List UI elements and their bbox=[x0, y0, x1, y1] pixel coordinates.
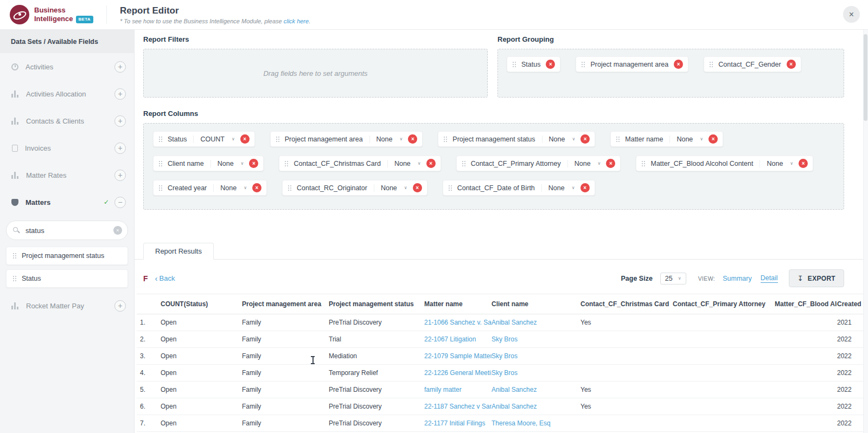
add-remove-dataset-button[interactable]: + bbox=[114, 143, 126, 154]
drag-handle-icon[interactable] bbox=[581, 61, 585, 68]
grouping-chip[interactable]: Status × bbox=[507, 56, 560, 72]
scrollbar-thumb[interactable] bbox=[864, 34, 867, 121]
remove-chip-button[interactable]: × bbox=[426, 159, 436, 168]
client-link[interactable]: Theresa Moore, Esq bbox=[492, 419, 551, 427]
remove-chip-button[interactable]: × bbox=[546, 60, 555, 69]
field-search-input[interactable] bbox=[6, 221, 128, 240]
column-chip[interactable]: Contact_RC_Originator None ∨ × bbox=[282, 180, 427, 196]
matter-link[interactable]: 22-1187 Sanchez v Sanchez Sr bbox=[424, 403, 492, 410]
add-remove-dataset-button[interactable]: + bbox=[114, 300, 126, 312]
aggregation-select[interactable]: None ∨ bbox=[210, 160, 244, 167]
remove-chip-button[interactable]: × bbox=[799, 159, 808, 168]
drag-handle-icon[interactable] bbox=[616, 136, 620, 143]
aggregation-select[interactable]: None ∨ bbox=[760, 160, 793, 167]
matter-link[interactable]: 22-1067 Litigation bbox=[424, 335, 476, 343]
remove-chip-button[interactable]: × bbox=[408, 134, 417, 144]
sidebar-dataset-item[interactable]: Activities Allocation + bbox=[0, 80, 134, 107]
add-remove-dataset-button[interactable]: + bbox=[114, 115, 126, 127]
draggable-field-item[interactable]: Status bbox=[6, 269, 128, 288]
column-chip[interactable]: Contact_CF_Primary Attorney None ∨ × bbox=[456, 156, 621, 171]
clear-search-button[interactable]: × bbox=[113, 226, 122, 235]
column-chip[interactable]: Project management status None ∨ × bbox=[438, 131, 595, 147]
tab-report-results[interactable]: Report Results bbox=[143, 243, 214, 260]
view-detail-link[interactable]: Detail bbox=[761, 274, 778, 283]
export-button[interactable]: ↧ EXPORT bbox=[789, 269, 844, 287]
drag-handle-icon[interactable] bbox=[158, 136, 163, 143]
column-chip[interactable]: Created year None ∨ × bbox=[153, 180, 267, 196]
column-chip[interactable]: Contact_CF_Date of Birth None ∨ × bbox=[443, 180, 595, 196]
column-chip[interactable]: Status COUNT ∨ × bbox=[153, 131, 255, 147]
drag-handle-icon[interactable] bbox=[448, 185, 452, 191]
sidebar-dataset-item[interactable]: Matters ✓ − bbox=[0, 189, 134, 216]
grouping-chip[interactable]: Project management area × bbox=[576, 56, 688, 72]
sidebar-dataset-item[interactable]: Activities + bbox=[0, 53, 134, 80]
drag-handle-icon[interactable] bbox=[641, 160, 646, 167]
remove-chip-button[interactable]: × bbox=[787, 60, 796, 69]
draggable-field-item[interactable]: Project management status bbox=[6, 247, 128, 265]
drag-handle-icon[interactable] bbox=[284, 160, 289, 167]
aggregation-select[interactable]: None ∨ bbox=[387, 160, 421, 167]
report-filters-dropzone[interactable]: Drag fields here to set arguments bbox=[143, 49, 488, 98]
add-remove-dataset-button[interactable]: − bbox=[114, 197, 126, 208]
aggregation-select[interactable]: None ∨ bbox=[669, 135, 703, 143]
remove-chip-button[interactable]: × bbox=[606, 159, 615, 168]
client-link[interactable]: Anibal Sanchez bbox=[492, 319, 537, 326]
drag-handle-icon[interactable] bbox=[158, 185, 163, 191]
add-remove-dataset-button[interactable]: + bbox=[114, 61, 126, 73]
report-columns-dropzone[interactable]: Status COUNT ∨ × Project management ar bbox=[143, 123, 844, 210]
grouping-chip[interactable]: Contact_CF_Gender × bbox=[704, 56, 801, 72]
client-link[interactable]: Anibal Sanchez bbox=[492, 386, 537, 393]
matter-link[interactable]: family matter bbox=[424, 386, 462, 393]
aggregation-select[interactable]: None ∨ bbox=[369, 135, 403, 143]
close-button[interactable]: × bbox=[843, 6, 860, 23]
aggregation-select[interactable]: None ∨ bbox=[374, 184, 407, 192]
remove-chip-button[interactable]: × bbox=[580, 134, 590, 144]
column-chip[interactable]: Matter_CF_Blood Alcohol Content None ∨ × bbox=[636, 156, 813, 171]
remove-chip-button[interactable]: × bbox=[709, 134, 718, 144]
report-grouping-dropzone[interactable]: Status × Project management area × bbox=[497, 49, 844, 98]
matter-link[interactable]: 22-1226 General Meeting bbox=[424, 369, 492, 377]
column-chip[interactable]: Client name None ∨ × bbox=[153, 156, 264, 171]
client-link[interactable]: Sky Bros bbox=[492, 369, 518, 377]
add-remove-dataset-button[interactable]: + bbox=[114, 88, 126, 100]
page-size-select[interactable]: 25 ∨ bbox=[660, 273, 686, 285]
remove-chip-button[interactable]: × bbox=[580, 183, 590, 192]
drag-handle-icon[interactable] bbox=[443, 136, 448, 143]
drag-handle-icon[interactable] bbox=[709, 61, 713, 68]
drag-handle-icon[interactable] bbox=[12, 275, 17, 282]
back-link[interactable]: ‹ Back bbox=[155, 274, 175, 282]
aggregation-select[interactable]: None ∨ bbox=[541, 184, 575, 192]
client-link[interactable]: Anibal Sanchez bbox=[492, 403, 537, 410]
column-chip[interactable]: Contact_CF_Christmas Card None ∨ × bbox=[279, 156, 441, 171]
matter-link[interactable]: 21-1066 Sanchez v. Sanchez bbox=[424, 319, 492, 326]
client-link[interactable]: Sky Bros bbox=[492, 352, 518, 360]
matter-link[interactable]: 22-1079 Sample Matter bbox=[424, 352, 492, 360]
matter-link[interactable]: 22-1177 Initial Filings bbox=[424, 419, 486, 427]
client-link[interactable]: Sky Bros bbox=[492, 335, 518, 343]
view-summary-link[interactable]: Summary bbox=[723, 275, 751, 282]
sidebar-dataset-item[interactable]: Contacts & Clients + bbox=[0, 107, 134, 134]
drag-handle-icon[interactable] bbox=[462, 160, 466, 167]
remove-chip-button[interactable]: × bbox=[240, 134, 250, 144]
aggregation-select[interactable]: COUNT ∨ bbox=[193, 135, 234, 143]
sidebar-dataset-item[interactable]: Rocket Matter Pay + bbox=[0, 292, 134, 319]
remove-chip-button[interactable]: × bbox=[249, 159, 258, 168]
drag-handle-icon[interactable] bbox=[288, 185, 292, 191]
sidebar-dataset-item[interactable]: Invoices + bbox=[0, 134, 134, 161]
add-remove-dataset-button[interactable]: + bbox=[114, 170, 126, 181]
aggregation-select[interactable]: None ∨ bbox=[567, 160, 601, 167]
drag-handle-icon[interactable] bbox=[512, 61, 516, 68]
aggregation-select[interactable]: None ∨ bbox=[213, 184, 247, 192]
drag-handle-icon[interactable] bbox=[276, 136, 280, 143]
remove-chip-button[interactable]: × bbox=[252, 183, 261, 192]
click-here-link[interactable]: click here bbox=[284, 18, 309, 24]
remove-chip-button[interactable]: × bbox=[413, 183, 422, 192]
drag-handle-icon[interactable] bbox=[158, 160, 163, 167]
column-chip[interactable]: Project management area None ∨ × bbox=[270, 131, 423, 147]
sidebar-dataset-item[interactable]: Matter Rates + bbox=[0, 161, 134, 189]
vertical-scrollbar[interactable] bbox=[863, 30, 868, 433]
aggregation-select[interactable]: None ∨ bbox=[542, 135, 576, 143]
remove-chip-button[interactable]: × bbox=[674, 60, 683, 69]
column-chip[interactable]: Matter name None ∨ × bbox=[610, 131, 723, 147]
drag-handle-icon[interactable] bbox=[12, 253, 17, 259]
